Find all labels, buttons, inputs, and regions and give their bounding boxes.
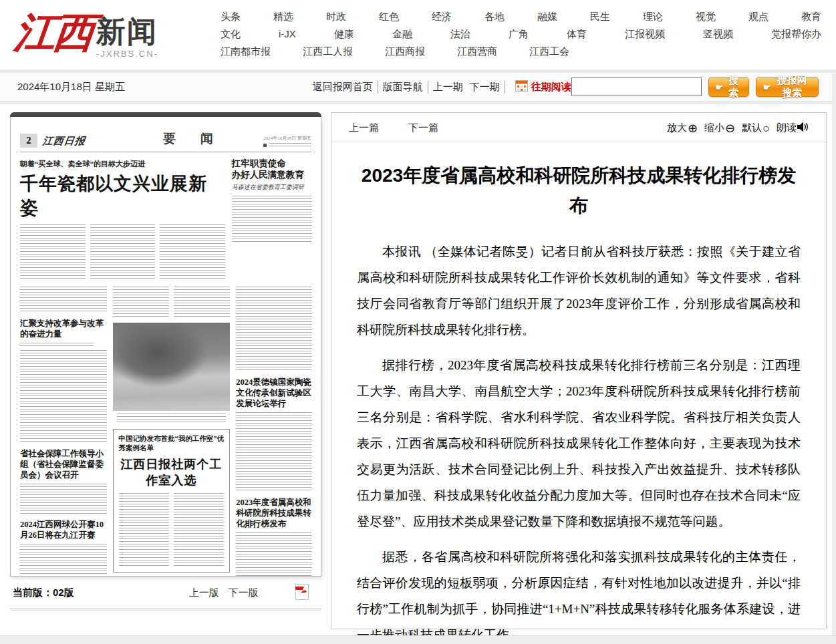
page-thumbnail-column: 2 江西日报 要 闻 2024年10月18日 星期五 朝着“买全球、卖全球”的目… bbox=[10, 112, 321, 629]
date-toolbar: 2024年10月18日 星期五 返回报网首页 版面导航 上一期 下一期 往期阅读… bbox=[0, 69, 836, 104]
article-paragraph: 本报讯 （全媒体记者陈旻）记者日前从省科技厅获悉：按照《关于建立省属高校和科研院… bbox=[357, 238, 801, 343]
page-navigation-bar: 当前版： 02版 上一版 下一版 bbox=[10, 583, 321, 603]
nav-row-2: 文化 i-JX 健康 金融 法治 广角 体育 江报视频 竖视频 党报帮你办 bbox=[221, 28, 821, 41]
nav-item[interactable]: 法治 bbox=[450, 28, 470, 41]
section-title: 要 闻 bbox=[163, 130, 224, 148]
speaker-icon bbox=[797, 122, 809, 134]
article-title: 2023年度省属高校和科研院所科技成果转化排行榜发布 bbox=[357, 161, 801, 221]
article-panel: 上一篇 下一篇 放大⊕ 缩小⊖ 默认○ 朗读 bbox=[331, 112, 827, 629]
ceramics-headline: 2024景德镇国家陶瓷文化传承创新试验区发展论坛举行 bbox=[236, 377, 311, 409]
scrollbar-strip[interactable] bbox=[832, 73, 836, 644]
right-subheadline: 马森述在省委教育工委调研 bbox=[232, 183, 311, 192]
nav-item[interactable]: 经济 bbox=[432, 11, 452, 23]
read-aloud-control[interactable]: 朗读 bbox=[777, 122, 809, 134]
search-input[interactable] bbox=[571, 77, 702, 96]
next-issue-link[interactable]: 下一期 bbox=[470, 81, 505, 94]
nav-item[interactable]: 时政 bbox=[326, 11, 346, 23]
current-page-value: 02版 bbox=[53, 587, 74, 599]
zoom-in-icon: ⊕ bbox=[688, 122, 698, 134]
prev-page-link[interactable]: 上一版 bbox=[189, 587, 219, 599]
default-size-icon: ○ bbox=[762, 122, 770, 134]
zoom-in-control[interactable]: 放大⊕ bbox=[667, 122, 698, 134]
col1-headline-2: 省社会保障工作领导小组（省社会保障监督委员会）会议召开 bbox=[20, 448, 107, 480]
editor-mark-square bbox=[263, 144, 267, 147]
pdf-icon[interactable] bbox=[295, 583, 309, 603]
nav-item[interactable]: 体育 bbox=[567, 28, 587, 41]
next-article-link[interactable]: 下一篇 bbox=[408, 122, 438, 134]
page-number-badge: 2 bbox=[20, 134, 37, 148]
nav-item[interactable]: 江西营商 bbox=[457, 45, 497, 58]
nav-item[interactable]: 红色 bbox=[379, 11, 399, 23]
main-nav: 头条 精选 时政 红色 经济 各地 融媒 民生 理论 视觉 观点 教育 文化 i… bbox=[221, 11, 821, 58]
nav-item[interactable]: 观点 bbox=[748, 11, 769, 23]
nav-item[interactable]: 广角 bbox=[509, 28, 529, 41]
logo-brand-black: 新闻 bbox=[96, 15, 158, 47]
tennis-headline: 2024江西网球公开赛10月26日将在九江开赛 bbox=[20, 519, 107, 540]
boxed-article: 中国记协发布首批“我的工作室”优秀案例名单 江西日报社两个工作室入选 bbox=[113, 429, 231, 573]
nav-item[interactable]: 江南都市报 bbox=[221, 45, 271, 58]
lead-headline: 千年瓷都以文兴业展新姿 bbox=[20, 172, 225, 220]
river-aerial-photo bbox=[113, 323, 231, 411]
article-paragraph: 据排行榜，2023年度省属高校科技成果转化排行榜前三名分别是：江西理工大学、南昌… bbox=[357, 352, 801, 534]
nav-item[interactable]: 金融 bbox=[392, 28, 412, 41]
site-header: 江西 新闻 -JXRBS.CN- 头条 精选 时政 红色 经济 各地 融媒 民生… bbox=[0, 0, 836, 69]
next-page-link[interactable]: 下一版 bbox=[229, 587, 259, 599]
col1-headline: 汇聚支持改革参与改革的奋进力量 bbox=[20, 318, 107, 339]
nav-item[interactable]: 民生 bbox=[590, 11, 610, 23]
lead-kicker: 朝着“买全球、卖全球”的目标大步迈进 bbox=[20, 159, 225, 169]
nav-item[interactable]: 头条 bbox=[221, 11, 241, 23]
newspaper-page-thumbnail[interactable]: 2 江西日报 要 闻 2024年10月18日 星期五 朝着“买全球、卖全球”的目… bbox=[10, 117, 321, 577]
nav-item[interactable]: 融媒 bbox=[537, 11, 557, 23]
nav-item[interactable]: 党报帮你办 bbox=[771, 28, 821, 41]
article-content: 2023年度省属高校和科研院所科技成果转化排行榜发布 本报讯 （全媒体记者陈旻）… bbox=[331, 142, 826, 644]
nav-item[interactable]: 文化 bbox=[221, 28, 241, 41]
hand-pointer-icon: ☛ bbox=[763, 83, 771, 92]
nav-row-1: 头条 精选 时政 红色 经济 各地 融媒 民生 理论 视觉 观点 教育 bbox=[221, 11, 821, 23]
nav-item[interactable]: 教育 bbox=[801, 11, 821, 23]
nav-item[interactable]: 各地 bbox=[484, 11, 505, 23]
search-button[interactable]: ☛ 搜 索 bbox=[708, 77, 749, 97]
nav-item[interactable]: 精选 bbox=[273, 11, 293, 23]
nav-item[interactable]: 江西工会 bbox=[529, 45, 569, 58]
nav-item[interactable]: 视觉 bbox=[696, 11, 716, 23]
home-link[interactable]: 返回报网首页 bbox=[313, 81, 378, 94]
newspaper-masthead: 江西日报 bbox=[42, 135, 87, 148]
logo-brand-red: 江西 bbox=[11, 4, 95, 61]
nav-item[interactable]: 江西商报 bbox=[385, 45, 425, 58]
logo-domain: -JXRBS.CN- bbox=[96, 49, 158, 59]
newspaper-dateline: 2024年10月18日 星期五 bbox=[263, 136, 311, 148]
layout-nav-link[interactable]: 版面导航 bbox=[383, 81, 428, 94]
nav-item[interactable]: i-JX bbox=[279, 28, 296, 41]
zoom-out-icon: ⊖ bbox=[725, 122, 735, 134]
nav-item[interactable]: 健康 bbox=[334, 28, 354, 41]
nav-row-3: 江南都市报 江西工人报 江西商报 江西营商 江西工会 bbox=[221, 45, 821, 58]
site-search-button[interactable]: ☛ 搜报网搜索 bbox=[756, 77, 819, 97]
article-toolbar: 上一篇 下一篇 放大⊕ 缩小⊖ 默认○ 朗读 bbox=[331, 113, 826, 142]
current-date: 2024年10月18日 星期五 bbox=[17, 81, 169, 94]
right-headline: 扛牢职责使命 办好人民满意教育 bbox=[232, 158, 311, 180]
current-page-label: 当前版： bbox=[13, 587, 53, 599]
nav-item[interactable]: 江西工人报 bbox=[303, 45, 353, 58]
site-logo[interactable]: 江西 新闻 -JXRBS.CN- bbox=[15, 4, 158, 61]
nav-item[interactable]: 理论 bbox=[643, 11, 663, 23]
hand-pointer-icon: ☛ bbox=[716, 83, 724, 92]
newspaper-masthead-row: 2 江西日报 要 闻 2024年10月18日 星期五 bbox=[20, 130, 311, 148]
nav-item[interactable]: 江报视频 bbox=[625, 28, 665, 41]
default-size-control[interactable]: 默认○ bbox=[742, 122, 770, 134]
nav-item[interactable]: 竖视频 bbox=[703, 28, 733, 41]
calendar-icon[interactable] bbox=[515, 80, 528, 94]
zoom-out-control[interactable]: 缩小⊖ bbox=[704, 122, 735, 134]
footer-strip bbox=[0, 635, 836, 644]
thumbnail-top-bar bbox=[10, 112, 321, 117]
prev-article-link[interactable]: 上一篇 bbox=[349, 122, 379, 134]
rank-headline: 2023年度省属高校和科研院所科技成果转化排行榜发布 bbox=[236, 497, 311, 529]
prev-issue-link[interactable]: 上一期 bbox=[433, 81, 463, 94]
article-paragraph: 据悉，各省属高校和科研院所将强化和落实抓科技成果转化的主体责任，结合评价发现的短… bbox=[357, 544, 801, 644]
archive-link[interactable]: 往期阅读 bbox=[531, 81, 571, 94]
divider bbox=[10, 609, 321, 611]
